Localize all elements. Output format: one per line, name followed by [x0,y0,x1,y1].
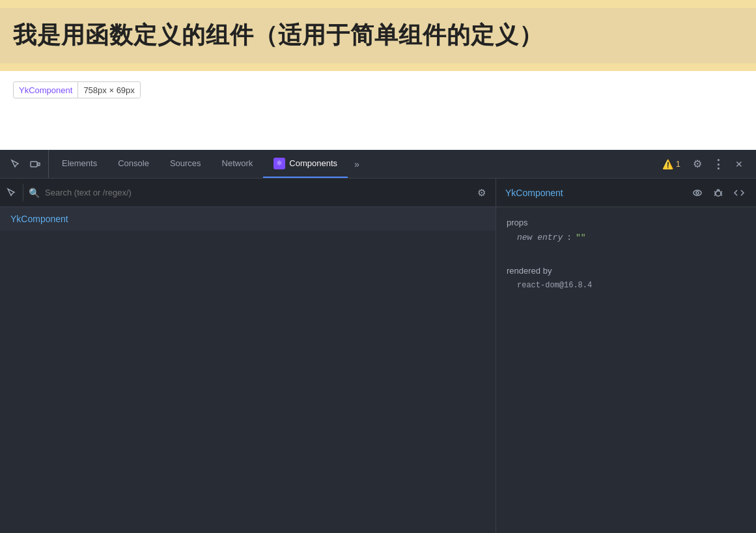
props-value: "" [576,233,586,242]
svg-point-3 [696,192,699,194]
search-wrap: 🔍 [29,188,467,198]
props-key: new entry [517,233,563,242]
props-item-new-entry: new entry : "" [507,233,746,242]
warning-icon: ⚠️ [662,159,673,169]
devtools-panel: Elements Console Sources Network ⚛ Compo… [0,150,756,533]
search-icon: 🔍 [29,188,40,198]
preview-text: 我是用函数定义的组件（适用于简单组件的定义） [13,20,743,51]
settings-button[interactable]: ⚙ [688,155,707,173]
tab-components[interactable]: ⚛ Components [263,150,348,178]
source-code-icon[interactable] [731,185,747,201]
warning-badge[interactable]: ⚠️ 1 [657,158,686,171]
tree-item-label: YkComponent [10,214,68,224]
tree-panel: 🔍 ⚙ YkComponent [0,179,496,533]
props-header: YkComponent [496,179,756,207]
toolbar-inspect-group [3,150,49,178]
preview-content: 我是用函数定义的组件（适用于简单组件的定义） [0,8,756,63]
svg-line-10 [721,195,722,195]
close-devtools-button[interactable]: ✕ [730,155,748,173]
rendered-section: rendered by react-dom@16.8.4 [496,255,756,300]
react-icon: ⚛ [273,158,285,169]
svg-point-2 [693,190,701,195]
props-section-title: props [507,218,746,227]
preview-top-bar [0,0,756,8]
tree-content: YkComponent [0,207,496,533]
tree-item-ykcomponent[interactable]: YkComponent [0,207,496,231]
more-options-button[interactable]: ⋮ [709,155,727,173]
tab-elements[interactable]: Elements [51,150,107,178]
bug-icon[interactable] [710,185,726,201]
search-input[interactable] [45,188,467,197]
tab-console[interactable]: Console [107,150,160,178]
svg-line-8 [721,192,722,192]
svg-point-4 [716,191,721,196]
svg-line-7 [714,195,716,195]
eye-icon[interactable] [690,185,705,201]
tab-network[interactable]: Network [212,150,264,178]
tree-inspect-button[interactable] [5,184,23,202]
devtools-toolbar: Elements Console Sources Network ⚛ Compo… [0,150,756,179]
props-panel: YkComponent [496,179,756,533]
rendered-title: rendered by [507,266,746,276]
search-settings-button[interactable]: ⚙ [472,184,490,202]
warning-count: 1 [676,159,680,169]
svg-rect-0 [31,162,37,167]
svg-line-5 [714,192,716,192]
component-badge: YkComponent 758px × 69px [13,81,141,98]
devtools-body: 🔍 ⚙ YkComponent YkComponent [0,179,756,533]
tree-search-bar: 🔍 ⚙ [0,179,496,207]
svg-rect-1 [38,163,40,166]
preview-bottom-bar [0,63,756,71]
tab-sources[interactable]: Sources [160,150,212,178]
badge-size: 758px × 69px [78,83,139,98]
tab-components-inner: ⚛ Components [273,158,337,169]
device-toggle-icon[interactable] [26,155,44,173]
more-tabs-icon[interactable]: » [348,155,366,173]
toolbar-right: ⚠️ 1 ⚙ ⋮ ✕ [652,155,753,173]
preview-area: 我是用函数定义的组件（适用于简单组件的定义） YkComponent 758px… [0,0,756,150]
inspect-element-icon[interactable] [7,155,25,173]
rendered-value: react-dom@16.8.4 [507,281,746,290]
props-colon: : [567,233,572,242]
props-header-icons [690,185,747,201]
devtools-tabs: Elements Console Sources Network ⚛ Compo… [49,150,652,178]
props-component-name: YkComponent [505,188,684,198]
props-content: props new entry : "" [496,207,756,255]
badge-component-name: YkComponent [14,83,77,98]
